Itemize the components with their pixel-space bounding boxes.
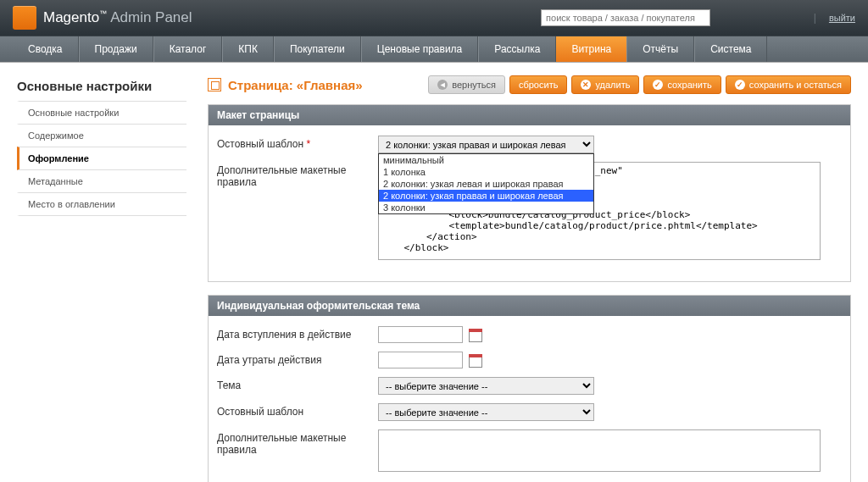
nav-reports[interactable]: Отчёты xyxy=(626,36,694,62)
nav-pricing[interactable]: Ценовые правила xyxy=(361,36,478,62)
calendar-icon[interactable] xyxy=(469,354,482,368)
label-date-from: Дата вступления в действие xyxy=(217,326,378,343)
reset-button[interactable]: сбросить xyxy=(509,75,567,94)
section-head-layout: Макет страницы xyxy=(209,105,850,125)
magento-icon xyxy=(13,6,36,30)
sidebar-item-content[interactable]: Содержимое xyxy=(17,124,186,147)
nav-system[interactable]: Система xyxy=(694,36,767,62)
logo-text: Magento™Admin Panel xyxy=(43,9,192,26)
root-template-dropdown: минимальный 1 колонка 2 колонки: узкая л… xyxy=(378,153,594,214)
nav-customers[interactable]: Покупатели xyxy=(274,36,361,62)
user-link[interactable] xyxy=(723,13,801,23)
nav-catalog[interactable]: Каталог xyxy=(153,36,223,62)
date-to-input[interactable] xyxy=(378,352,463,368)
template-option[interactable]: 2 колонки: узкая правая и широкая левая xyxy=(379,190,593,202)
label-date-to: Дата утраты действия xyxy=(217,352,378,368)
theme-select[interactable]: -- выберите значение -- xyxy=(378,377,594,395)
label-theme: Тема xyxy=(217,377,378,395)
header-right: | выйти xyxy=(541,9,855,26)
custom-layout-update-textarea[interactable] xyxy=(378,429,821,472)
logout-link[interactable]: выйти xyxy=(829,13,855,23)
nav-newsletter[interactable]: Рассылка xyxy=(478,36,556,62)
date-from-input[interactable] xyxy=(378,326,463,343)
nav-cms[interactable]: Витрина xyxy=(556,36,626,62)
label-root-template: Остовный шаблон * xyxy=(217,136,378,153)
check-icon: ✓ xyxy=(735,80,745,90)
main-content: Страница: «Главная» ◄вернуться сбросить … xyxy=(208,75,851,482)
top-nav: Сводка Продажи Каталог КПК Покупатели Це… xyxy=(0,36,868,63)
section-page-layout: Макет страницы Остовный шаблон * 2 колон… xyxy=(208,104,851,282)
sidebar-item-hierarchy[interactable]: Место в оглавлении xyxy=(17,192,186,216)
page-header: Страница: «Главная» ◄вернуться сбросить … xyxy=(208,75,851,94)
sidebar-title: Основные настройки xyxy=(17,75,186,102)
sidebar-item-meta[interactable]: Метаданные xyxy=(17,169,186,193)
delete-button[interactable]: ✕удалить xyxy=(571,75,639,94)
save-button[interactable]: ✓сохранить xyxy=(643,75,721,94)
label-custom-layout-update: Дополнительные макетные правила xyxy=(217,429,378,474)
separator: | xyxy=(814,12,816,24)
admin-header: Magento™Admin Panel | выйти xyxy=(0,0,868,36)
template-option[interactable]: 1 колонка xyxy=(379,166,593,178)
sidebar-item-general[interactable]: Основные настройки xyxy=(17,101,186,125)
section-custom-design: Индивидуальная оформительская тема Дата … xyxy=(208,295,851,482)
page-icon xyxy=(208,78,221,91)
page-title: Страница: «Главная» xyxy=(228,78,363,92)
label-layout-update: Дополнительные макетные правила xyxy=(217,162,378,263)
back-arrow-icon: ◄ xyxy=(437,80,448,90)
calendar-icon[interactable] xyxy=(469,329,482,342)
action-buttons: ◄вернуться сбросить ✕удалить ✓сохранить … xyxy=(428,75,851,94)
save-continue-button[interactable]: ✓сохранить и остаться xyxy=(726,75,851,94)
sidebar-item-design[interactable]: Оформление xyxy=(17,147,186,170)
back-button[interactable]: ◄вернуться xyxy=(428,75,505,94)
template-option[interactable]: минимальный xyxy=(379,154,593,166)
check-icon: ✓ xyxy=(653,80,663,90)
sidebar: Основные настройки Основные настройки Со… xyxy=(17,75,186,482)
logo: Magento™Admin Panel xyxy=(13,6,192,30)
template-option[interactable]: 2 колонки: узкая левая и широкая правая xyxy=(379,178,593,190)
nav-kpk[interactable]: КПК xyxy=(222,36,274,62)
nav-sales[interactable]: Продажи xyxy=(79,36,153,62)
template-option[interactable]: 3 колонки xyxy=(379,202,593,213)
global-search-input[interactable] xyxy=(541,9,710,26)
custom-template-select[interactable]: -- выберите значение -- xyxy=(378,403,594,421)
section-head-design: Индивидуальная оформительская тема xyxy=(209,296,850,316)
nav-summary[interactable]: Сводка xyxy=(13,36,79,62)
root-template-select[interactable]: 2 колонки: узкая правая и широкая левая xyxy=(378,136,594,153)
delete-x-icon: ✕ xyxy=(581,80,591,90)
label-custom-template: Остовный шаблон xyxy=(217,403,378,421)
